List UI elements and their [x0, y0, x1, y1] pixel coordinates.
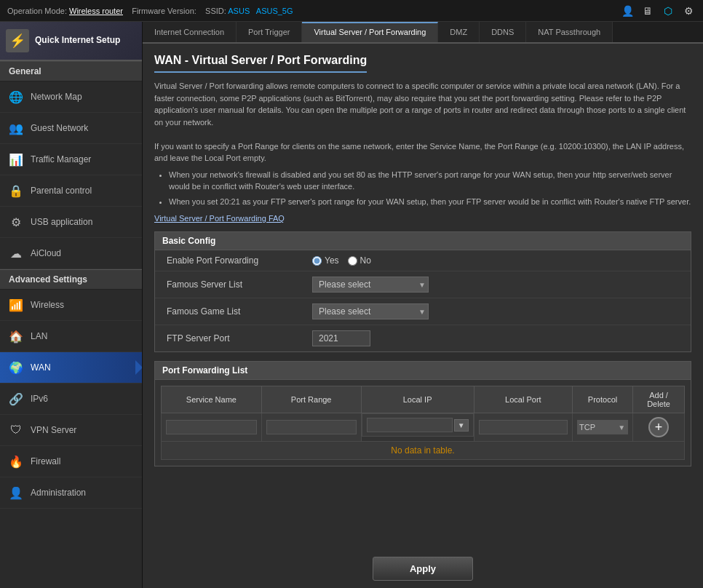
sidebar-item-firewall[interactable]: 🔥 Firewall — [0, 446, 142, 477]
port-range-input[interactable] — [266, 420, 357, 434]
user-icon[interactable]: 👤 — [620, 4, 635, 18]
th-add-delete: Add / Delete — [633, 386, 685, 413]
radio-no-input[interactable] — [348, 256, 357, 266]
sidebar-item-usb-application[interactable]: ⚙ USB application — [0, 207, 142, 238]
ftp-server-label: FTP Server Port — [167, 333, 312, 343]
ftp-server-input[interactable]: 2021 — [312, 330, 370, 346]
enable-port-forwarding-label: Enable Port Forwarding — [167, 255, 312, 266]
enable-port-forwarding-row: Enable Port Forwarding Yes No — [155, 250, 691, 271]
th-protocol: Protocol — [573, 386, 633, 413]
sidebar-item-traffic-manager[interactable]: 📊 Traffic Manager — [0, 144, 142, 175]
enable-port-forwarding-control: Yes No — [312, 255, 371, 266]
tab-virtual-server[interactable]: Virtual Server / Port Forwarding — [302, 22, 438, 42]
port-forwarding-list-section: Port Forwarding List Service Name Port R… — [154, 361, 691, 466]
sidebar-item-label: Traffic Manager — [31, 154, 91, 164]
td-protocol: TCP UDP BOTH ▼ — [573, 413, 633, 442]
top-bar-info: Operation Mode: Wireless router Firmware… — [7, 7, 293, 15]
top-bar: Operation Mode: Wireless router Firmware… — [0, 0, 703, 22]
general-section-label: General — [0, 61, 142, 82]
protocol-select[interactable]: TCP UDP BOTH — [577, 420, 628, 434]
add-button[interactable]: + — [648, 417, 669, 437]
service-name-input[interactable] — [166, 420, 257, 434]
famous-server-control: Please select ▼ — [312, 277, 429, 293]
parental-control-icon: 🔒 — [7, 182, 25, 199]
radio-yes-input[interactable] — [312, 256, 322, 266]
bullet-2: When you set 20:21 as your FTP server's … — [169, 196, 691, 208]
td-local-port — [474, 413, 572, 442]
administration-icon: 👤 — [7, 484, 25, 501]
famous-game-select[interactable]: Please select — [312, 303, 429, 319]
description: Virtual Server / Port forwarding allows … — [154, 80, 691, 207]
radio-no-label: No — [360, 255, 371, 266]
sidebar-item-guest-network[interactable]: 👥 Guest Network — [0, 113, 142, 144]
sidebar-item-ipv6[interactable]: 🔗 IPv6 — [0, 384, 142, 415]
network-map-icon: 🌐 — [7, 88, 25, 106]
description-p2: If you want to specify a Port Range for … — [154, 140, 691, 164]
sidebar-item-lan[interactable]: 🏠 LAN — [0, 321, 142, 352]
sidebar-item-label: Parental control — [31, 186, 92, 196]
local-ip-dropdown-icon[interactable]: ▼ — [454, 419, 469, 432]
famous-server-select[interactable]: Please select — [312, 277, 429, 293]
sidebar-item-aicloud[interactable]: ☁ AiCloud — [0, 238, 142, 269]
port-forwarding-list-header: Port Forwarding List — [155, 362, 691, 380]
sidebar-item-vpn-server[interactable]: 🛡 VPN Server — [0, 415, 142, 446]
ssid-value2: ASUS_5G — [256, 7, 293, 15]
ipv6-icon: 🔗 — [7, 390, 25, 408]
local-port-input[interactable] — [479, 420, 568, 434]
quick-setup-icon: ⚡ — [6, 29, 29, 52]
basic-config-section: Basic Config Enable Port Forwarding Yes … — [154, 231, 691, 352]
radio-yes[interactable]: Yes — [312, 255, 339, 266]
sidebar-item-parental-control[interactable]: 🔒 Parental control — [0, 175, 142, 207]
bullet-1: When your network's firewall is disabled… — [169, 169, 691, 193]
sidebar-item-wan[interactable]: 🌍 WAN — [0, 352, 142, 384]
quick-setup-label: Quick Internet Setup — [35, 35, 120, 47]
famous-server-row: Famous Server List Please select ▼ — [155, 271, 691, 298]
famous-game-control: Please select ▼ — [312, 303, 429, 319]
apply-row: Apply — [143, 549, 703, 588]
sidebar-item-wireless[interactable]: 📶 Wireless — [0, 290, 142, 321]
firmware-label: Firmware Version: — [132, 7, 196, 15]
port-forwarding-radio-group: Yes No — [312, 255, 371, 266]
operation-mode-value: Wireless router — [69, 7, 123, 15]
ftp-server-row: FTP Server Port 2021 — [155, 325, 691, 351]
ssid-label: SSID: — [205, 7, 226, 15]
faq-link[interactable]: Virtual Server / Port Forwarding FAQ — [154, 214, 285, 223]
apply-button[interactable]: Apply — [373, 557, 473, 581]
description-p1: Virtual Server / Port forwarding allows … — [154, 80, 691, 128]
quick-internet-setup-button[interactable]: ⚡ Quick Internet Setup — [0, 22, 142, 61]
famous-server-select-wrap: Please select ▼ — [312, 277, 429, 293]
sidebar-item-label: Guest Network — [31, 123, 88, 133]
sidebar-item-label: IPv6 — [31, 394, 48, 404]
sidebar-item-label: VPN Server — [31, 425, 76, 435]
monitor-icon[interactable]: 🖥 — [640, 4, 655, 18]
sidebar-item-administration[interactable]: 👤 Administration — [0, 477, 142, 509]
page-title: WAN - Virtual Server / Port Forwarding — [154, 54, 367, 73]
sidebar-item-label: Administration — [31, 488, 86, 498]
traffic-manager-icon: 📊 — [7, 151, 25, 168]
usb-icon[interactable]: ⬡ — [661, 4, 675, 18]
settings-icon[interactable]: ⚙ — [681, 4, 696, 18]
td-port-range — [261, 413, 361, 442]
layout: ⚡ Quick Internet Setup General 🌐 Network… — [0, 22, 703, 588]
port-forwarding-table-container: Service Name Port Range Local IP Local P… — [155, 380, 691, 466]
tab-internet-connection[interactable]: Internet Connection — [143, 22, 237, 42]
guest-network-icon: 👥 — [7, 119, 25, 137]
radio-yes-label: Yes — [325, 255, 339, 266]
tab-nat-passthrough[interactable]: NAT Passthrough — [526, 22, 613, 42]
ssid-value1: ASUS — [228, 7, 250, 15]
table-header-row: Service Name Port Range Local IP Local P… — [162, 386, 685, 413]
protocol-select-wrap: TCP UDP BOTH ▼ — [577, 420, 628, 434]
radio-no[interactable]: No — [348, 255, 371, 266]
td-local-ip: ▼ — [362, 413, 474, 437]
th-service-name: Service Name — [162, 386, 262, 413]
tab-port-trigger[interactable]: Port Trigger — [237, 22, 302, 42]
sidebar-item-label: Firewall — [31, 456, 60, 466]
sidebar-item-label: Network Map — [31, 92, 82, 102]
no-data-cell: No data in table. — [162, 442, 685, 460]
tab-ddns[interactable]: DDNS — [480, 22, 526, 42]
tab-dmz[interactable]: DMZ — [438, 22, 480, 42]
local-ip-input[interactable] — [367, 418, 453, 432]
table-row: ▼ TCP UDP — [162, 413, 685, 442]
lan-icon: 🏠 — [7, 327, 25, 345]
sidebar-item-network-map[interactable]: 🌐 Network Map — [0, 82, 142, 113]
